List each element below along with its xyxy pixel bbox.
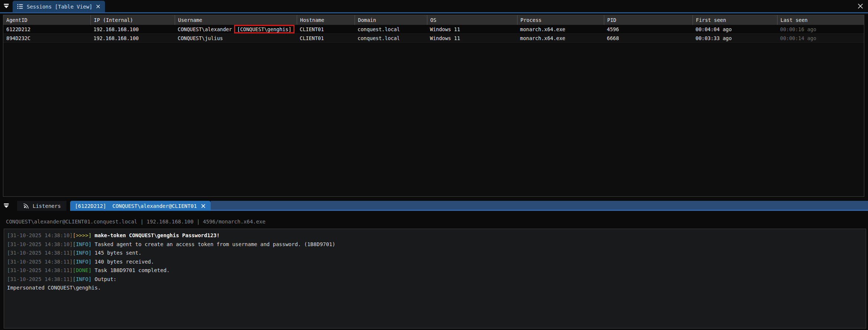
top-tabbar: Sessions [Table View] <box>0 0 868 12</box>
log-tag-cmd: [>>>>] <box>73 232 92 238</box>
cell-last-seen: 00:00:14 ago <box>777 34 864 42</box>
tab-agent-console[interactable]: [6122D212] CONQUEST\alexander@CLIENT01 <box>70 201 211 211</box>
impersonation-highlight-box: [CONQUEST\genghis] <box>234 25 294 33</box>
cell-hostname: CLIENT01 <box>297 34 355 42</box>
table-row[interactable]: 6122D212192.168.168.100CONQUEST\alexande… <box>3 25 864 34</box>
log-message: 140 bytes received. <box>95 259 154 265</box>
tab-listeners[interactable]: Listeners <box>17 201 66 211</box>
column-header-agentid[interactable]: AgentID <box>3 15 91 25</box>
dock-filter-button-top[interactable] <box>0 0 13 12</box>
filter-funnel-icon <box>2 2 10 10</box>
log-timestamp: [31-10-2025 14:38:11] <box>7 250 73 256</box>
log-timestamp: [31-10-2025 14:38:11] <box>7 276 73 282</box>
cell-os: Windows 11 <box>427 34 517 42</box>
column-header-process[interactable]: Process <box>517 15 604 25</box>
cell-process: monarch.x64.exe <box>517 25 604 33</box>
dock-filter-button-bottom[interactable] <box>0 201 13 211</box>
log-tag-info: [INFO] <box>73 241 92 247</box>
table-header-row: AgentIDIP (Internal)UsernameHostnameDoma… <box>3 15 864 25</box>
tab-label: Listeners <box>33 203 61 209</box>
cell-domain: conquest.local <box>355 25 427 33</box>
console-session-info: CONQUEST\alexander@CLIENT01.conquest.loc… <box>6 218 266 226</box>
table-row[interactable]: 894D232C192.168.168.100CONQUEST\juliusCL… <box>3 34 864 43</box>
sessions-table-panel: AgentIDIP (Internal)UsernameHostnameDoma… <box>3 15 864 197</box>
table-body: 6122D212192.168.168.100CONQUEST\alexande… <box>3 25 864 43</box>
cell-os: Windows 11 <box>427 25 517 33</box>
tab-label: Sessions [Table View] <box>27 4 92 10</box>
log-message: make-token CONQUEST\genghis Password123! <box>95 232 220 238</box>
cell-pid: 4596 <box>604 25 693 33</box>
cell-domain: conquest.local <box>355 34 427 42</box>
log-message: 145 bytes sent. <box>95 250 141 256</box>
log-timestamp: [31-10-2025 14:38:10] <box>7 232 73 238</box>
filter-funnel-icon <box>2 202 10 210</box>
console-line: [31-10-2025 14:38:10][INFO] Tasked agent… <box>7 240 863 249</box>
console-line: [31-10-2025 14:38:11][DONE] Task 1B8D970… <box>7 266 863 275</box>
column-header-domain[interactable]: Domain <box>355 15 427 25</box>
list-icon <box>17 4 23 9</box>
bottom-tabbar: Listeners [6122D212] CONQUEST\alexander@… <box>0 201 868 211</box>
console-line: Impersonated CONQUEST\genghis. <box>7 284 863 293</box>
cell-ip: 192.168.168.100 <box>91 34 175 42</box>
log-message: Tasked agent to create an access token f… <box>95 241 335 247</box>
tab-close-icon[interactable] <box>201 203 206 209</box>
cell-first-seen: 00:04:04 ago <box>693 25 777 33</box>
app-window: Sessions [Table View] AgentIDIP (Interna… <box>0 0 868 330</box>
column-header-ip-internal[interactable]: IP (Internal) <box>91 15 175 25</box>
column-header-username[interactable]: Username <box>175 15 297 25</box>
username-text: CONQUEST\julius <box>178 35 223 41</box>
console-line: [31-10-2025 14:38:11][INFO] 140 bytes re… <box>7 258 863 267</box>
log-timestamp: [31-10-2025 14:38:11] <box>7 259 73 265</box>
column-header-pid[interactable]: PID <box>604 15 693 25</box>
console-output[interactable]: [31-10-2025 14:38:10][>>>>] make-token C… <box>4 229 866 329</box>
log-timestamp: [31-10-2025 14:38:11] <box>7 267 73 273</box>
column-header-last-seen[interactable]: Last seen <box>777 15 864 25</box>
console-lines: [31-10-2025 14:38:10][>>>>] make-token C… <box>7 231 863 293</box>
cell-agent-id: 6122D212 <box>3 25 91 33</box>
cell-username: CONQUEST\alexander[CONQUEST\genghis] <box>175 25 297 33</box>
column-header-hostname[interactable]: Hostname <box>297 15 355 25</box>
log-message: Output: <box>95 276 116 282</box>
log-message: Impersonated CONQUEST\genghis. <box>7 285 101 291</box>
cell-ip: 192.168.168.100 <box>91 25 175 33</box>
cell-last-seen: 00:00:16 ago <box>777 25 864 33</box>
log-tag-info: [INFO] <box>73 276 92 282</box>
column-header-os[interactable]: OS <box>427 15 517 25</box>
log-message: Task 1B8D9701 completed. <box>95 267 170 273</box>
username-text: CONQUEST\alexander <box>178 26 232 32</box>
cell-agent-id: 894D232C <box>3 34 91 42</box>
tabbar-fill-strip <box>211 201 868 211</box>
log-tag-done: [DONE] <box>73 267 92 273</box>
cell-pid: 6668 <box>604 34 693 42</box>
cell-process: monarch.x64.exe <box>517 34 604 42</box>
window-close-icon[interactable] <box>855 0 866 12</box>
cell-first-seen: 00:03:33 ago <box>693 34 777 42</box>
log-tag-info: [INFO] <box>73 259 92 265</box>
cell-username: CONQUEST\julius <box>175 34 297 42</box>
tab-close-icon[interactable] <box>96 4 101 9</box>
column-header-first-seen[interactable]: First seen <box>693 15 777 25</box>
console-line: [31-10-2025 14:38:11][INFO] Output: <box>7 275 863 284</box>
tab-sessions-table-view[interactable]: Sessions [Table View] <box>13 1 105 12</box>
log-timestamp: [31-10-2025 14:38:10] <box>7 241 73 247</box>
broadcast-antenna-icon <box>23 203 29 209</box>
console-line: [31-10-2025 14:38:10][>>>>] make-token C… <box>7 231 863 240</box>
log-tag-info: [INFO] <box>73 250 92 256</box>
cell-hostname: CLIENT01 <box>297 25 355 33</box>
console-line: [31-10-2025 14:38:11][INFO] 145 bytes se… <box>7 249 863 258</box>
accent-divider <box>0 12 868 13</box>
tab-label: [6122D212] CONQUEST\alexander@CLIENT01 <box>75 203 197 209</box>
